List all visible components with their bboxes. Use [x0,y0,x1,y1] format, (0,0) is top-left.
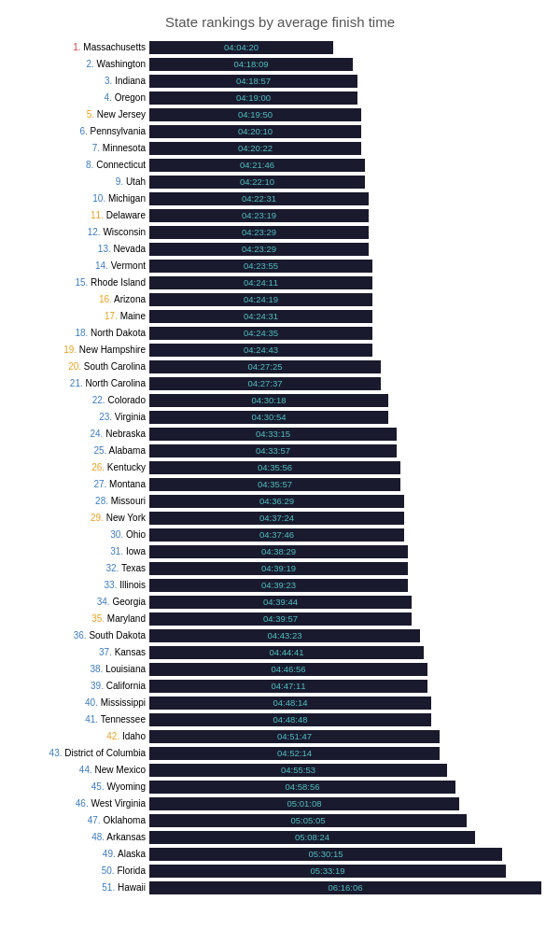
bar: 04:18:57 [149,75,357,88]
bar: 04:36:29 [149,495,404,508]
state-name: Illinois [119,580,146,590]
bar: 04:39:44 [149,596,412,609]
bar-time-label: 04:30:18 [149,394,388,407]
rank-number: 6. [79,126,90,136]
rank-number: 33. [105,580,120,590]
state-name: South Carolina [84,361,146,372]
table-row: 26. Kentucky04:35:56 [5,459,555,475]
rank-number: 12. [88,227,104,237]
row-label: 16. Arizona [5,294,149,304]
rank-number: 17. [105,311,120,321]
rank-number: 16. [99,294,114,304]
row-label: 26. Kentucky [5,462,149,472]
bar-time-label: 04:55:53 [149,764,447,777]
row-label: 31. Iowa [5,546,149,556]
bar-area: 04:35:56 [149,461,555,474]
table-row: 31. Iowa04:38:29 [5,543,555,559]
bar-time-label: 04:39:44 [149,596,412,609]
table-row: 15. Rhode Island04:24:11 [5,274,555,290]
bar-time-label: 04:23:55 [149,260,372,273]
row-label: 38. Louisiana [5,664,149,674]
row-label: 3. Indiana [5,76,149,86]
bar: 04:55:53 [149,764,447,777]
bar-area: 04:44:41 [149,646,555,659]
row-label: 50. Florida [5,866,149,876]
state-name: North Carolina [86,378,146,388]
bar-time-label: 04:18:57 [149,75,357,88]
row-label: 20. South Carolina [5,361,149,372]
rank-number: 3. [105,76,115,86]
state-name: North Dakota [91,328,146,338]
rank-number: 48. [91,832,106,842]
bar: 04:04:20 [149,41,333,54]
bar-time-label: 04:22:31 [149,192,369,205]
table-row: 11. Delaware04:23:19 [5,207,555,223]
table-row: 30. Ohio04:37:46 [5,527,555,542]
bar-area: 04:22:10 [149,176,555,189]
bar-area: 04:36:29 [149,495,555,508]
rank-number: 26. [91,462,107,472]
bar-area: 05:01:08 [149,797,555,810]
table-row: 18. North Dakota04:24:35 [5,325,555,341]
bar-area: 04:23:19 [149,209,555,222]
table-row: 44. New Mexico04:55:53 [5,762,555,778]
bar-area: 04:23:55 [149,260,555,273]
state-name: Idaho [122,731,146,741]
bar: 05:08:24 [149,831,475,844]
row-label: 30. Ohio [5,529,149,540]
rank-number: 21. [70,378,86,388]
state-name: Mississippi [101,697,146,708]
bar: 04:24:11 [149,276,372,289]
rank-number: 34. [97,597,113,607]
bar: 04:44:41 [149,646,424,659]
row-label: 19. New Hampshire [5,345,149,355]
bar-time-label: 04:04:20 [149,41,333,54]
bar-time-label: 04:36:29 [149,495,404,508]
bar-area: 04:23:29 [149,243,555,256]
bar-area: 04:48:48 [149,713,555,726]
table-row: 8. Connecticut04:21:46 [5,157,555,173]
bar-time-label: 04:27:25 [149,360,381,373]
row-label: 12. Wisconsin [5,227,149,237]
bar: 04:27:37 [149,377,381,390]
bar-area: 04:24:31 [149,310,555,323]
rank-number: 15. [75,277,91,288]
table-row: 14. Vermont04:23:55 [5,258,555,274]
row-label: 35. Maryland [5,613,149,624]
table-row: 37. Kansas04:44:41 [5,644,555,660]
rank-number: 49. [103,849,118,859]
bar-area: 04:24:43 [149,344,555,357]
bar-time-label: 04:20:22 [149,142,361,155]
table-row: 49. Alaska05:30:15 [5,846,555,862]
table-row: 33. Illinois04:39:23 [5,577,555,593]
rank-number: 29. [91,513,106,523]
state-name: Oklahoma [103,815,146,825]
row-label: 6. Pennsylvania [5,126,149,136]
row-label: 2. Washington [5,59,149,69]
table-row: 7. Minnesota04:20:22 [5,140,555,156]
rank-number: 38. [91,664,106,674]
bar: 04:37:46 [149,528,404,542]
bar-time-label: 04:33:57 [149,444,397,457]
rank-number: 23. [99,412,115,422]
table-row: 29. New York04:37:24 [5,510,555,526]
bar: 04:22:10 [149,176,365,189]
bar: 04:24:19 [149,293,372,306]
row-label: 49. Alaska [5,849,149,859]
bar-time-label: 05:33:19 [149,865,506,878]
rank-number: 9. [116,176,126,187]
rank-number: 2. [86,59,96,69]
bar-area: 04:27:37 [149,377,555,390]
rank-number: 1. [73,42,83,52]
bar: 04:48:48 [149,713,431,726]
row-label: 22. Colorado [5,395,149,405]
bar: 04:24:43 [149,344,372,357]
table-row: 12. Wisconsin04:23:29 [5,224,555,240]
bar: 04:39:19 [149,562,408,575]
rank-number: 11. [91,210,106,220]
bar-time-label: 04:39:19 [149,562,408,575]
bar-time-label: 05:05:05 [149,814,467,827]
state-name: Arkansas [106,832,146,842]
bar-area: 04:48:14 [149,697,555,710]
bar: 04:33:57 [149,444,397,457]
